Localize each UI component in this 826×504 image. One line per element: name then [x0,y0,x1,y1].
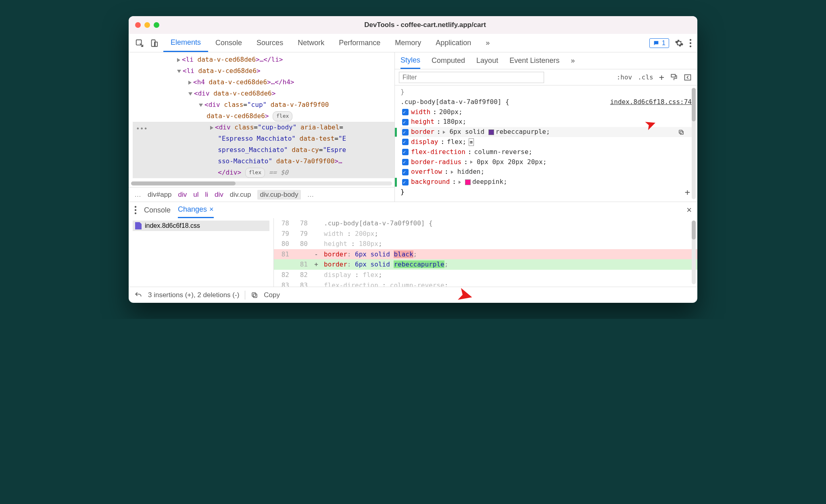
svg-point-10 [135,206,136,208]
tab-sources[interactable]: Sources [249,34,290,52]
add-prop-icon[interactable]: + [685,185,690,199]
drawer-menu-icon[interactable] [134,206,137,215]
property-checkbox[interactable] [402,129,409,135]
tab-application[interactable]: Application [428,34,478,52]
file-icon [135,222,142,229]
settings-icon[interactable] [675,39,684,48]
copy-button[interactable]: Copy [264,291,280,299]
svg-point-5 [690,45,691,47]
source-link[interactable]: index.8d6c6f18.css:74 [610,97,692,107]
tab-elements[interactable]: Elements [163,34,208,52]
copy-icon[interactable] [678,129,684,135]
drawer-tab-console[interactable]: Console [144,202,171,218]
svg-rect-7 [685,75,691,80]
horizontal-scrollbar[interactable] [131,181,392,185]
styles-tab-layout[interactable]: Layout [476,52,498,69]
issues-count: 1 [662,40,665,47]
styles-tab-listeners[interactable]: Event Listeners [509,52,559,69]
css-property-row[interactable]: flex-direction: column-reverse; [400,147,692,157]
device-toggle-icon[interactable] [149,38,159,48]
drawer-footer: 3 insertions (+), 2 deletions (-) Copy ➤ [129,287,697,303]
property-checkbox[interactable] [402,119,409,125]
drawer: Console Changes× × index.8d6c6f18.css 78… [129,202,697,303]
rule-close: } [400,187,692,197]
css-property-row[interactable]: border-radius: 0px 0px 20px 20px; [400,157,692,167]
styles-panel: Styles Computed Layout Event Listeners »… [395,52,697,202]
more-styles-tabs-icon[interactable]: » [571,52,575,69]
flex-badge[interactable]: flex [273,111,292,121]
issues-badge[interactable]: 1 [649,38,669,48]
file-item[interactable]: index.8d6c6f18.css [133,221,269,231]
ellipsis-icon[interactable]: ••• [136,123,148,135]
svg-rect-8 [680,131,683,134]
titlebar: DevTools - coffee-cart.netlify.app/cart [129,16,697,34]
cls-toggle[interactable]: .cls [638,73,653,81]
breadcrumb[interactable]: … div#app div ul li div div.cup div.cup-… [129,187,394,202]
property-checkbox[interactable] [402,109,409,115]
add-rule-icon[interactable]: + [659,72,664,82]
changed-files-list: index.8d6c6f18.css [129,218,274,287]
svg-point-11 [135,209,136,211]
toggle-sidebar-icon[interactable] [684,73,692,81]
property-checkbox[interactable] [402,169,409,175]
tab-performance[interactable]: Performance [332,34,388,52]
zoom-window-button[interactable] [154,22,159,28]
changes-summary: 3 insertions (+), 2 deletions (-) [148,291,239,299]
tab-network[interactable]: Network [290,34,332,52]
revert-icon[interactable] [134,291,142,299]
svg-rect-13 [253,294,257,298]
property-checkbox[interactable] [402,139,409,145]
diff-pane[interactable]: 7878.cup-body[data-v-7a0f9f00] {7979 wid… [274,218,697,287]
close-window-button[interactable] [135,22,141,28]
inspect-icon[interactable] [134,38,145,48]
css-property-row[interactable]: background: deeppink; [400,177,692,187]
copy-icon[interactable] [251,292,258,299]
svg-point-3 [690,39,691,40]
css-property-row[interactable]: overflow: hidden; [400,167,692,177]
drawer-tab-changes[interactable]: Changes× [178,202,214,218]
flex-badge-inner[interactable]: flex [245,168,265,178]
main-toolbar: Elements Console Sources Network Perform… [129,34,697,52]
css-property-row[interactable]: display: flex; ⊞ [400,137,692,147]
styles-tab-computed[interactable]: Computed [432,52,465,69]
drawer-close-icon[interactable]: × [686,205,692,215]
styles-filter-input[interactable] [399,72,544,83]
styles-tab-styles[interactable]: Styles [400,52,420,69]
property-checkbox[interactable] [402,149,409,155]
traffic-lights [135,22,159,28]
hov-toggle[interactable]: :hov [617,73,632,81]
devtools-window: DevTools - coffee-cart.netlify.app/cart … [129,16,697,303]
paint-icon[interactable] [670,73,678,81]
css-selector[interactable]: .cup-body[data-v-7a0f9f00] { [400,97,509,107]
svg-point-12 [135,212,136,214]
svg-rect-6 [671,74,675,77]
close-tab-icon[interactable]: × [209,205,214,214]
tab-memory[interactable]: Memory [388,34,428,52]
more-tabs-icon[interactable]: » [478,34,497,52]
svg-point-4 [690,42,691,44]
panel-tabs: Elements Console Sources Network Perform… [163,34,649,52]
diff-scrollbar[interactable] [692,221,696,284]
styles-scrollbar[interactable] [692,88,696,199]
window-title: DevTools - coffee-cart.netlify.app/cart [159,21,691,29]
tab-console[interactable]: Console [208,34,249,52]
svg-rect-9 [679,130,682,133]
kebab-menu-icon[interactable] [689,39,692,48]
minimize-window-button[interactable] [144,22,150,28]
property-checkbox[interactable] [402,159,409,165]
elements-panel: <li data-v-ced68de6>…</li> <li data-v-ce… [129,52,395,202]
selected-node[interactable]: ••• <div class="cup-body" aria-label= "E… [133,122,394,178]
svg-rect-14 [252,293,256,296]
file-name: index.8d6c6f18.css [145,222,200,229]
dom-tree[interactable]: <li data-v-ced68de6>…</li> <li data-v-ce… [129,52,394,181]
property-checkbox[interactable] [402,179,409,185]
